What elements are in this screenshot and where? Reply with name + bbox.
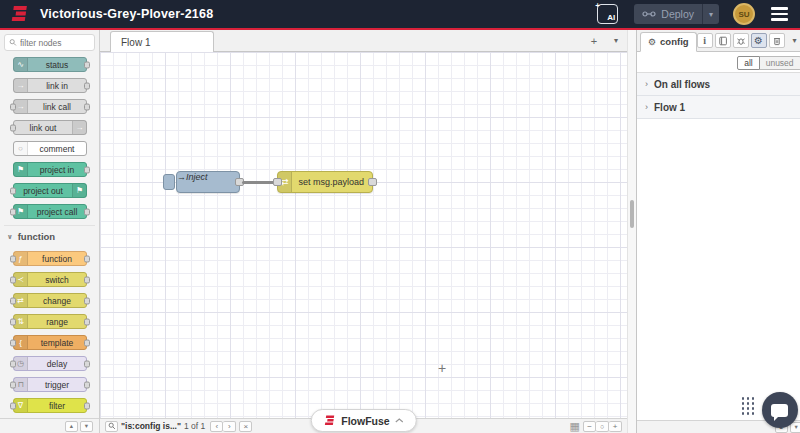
trigger-icon: ⊓ xyxy=(14,378,28,391)
tab-config[interactable]: ⚙ config xyxy=(640,32,697,52)
chevron-right-icon: › xyxy=(645,102,648,112)
book-icon xyxy=(718,36,728,46)
palette-category-function[interactable]: ∨ function xyxy=(4,225,95,245)
range-icon: ⇅ xyxy=(14,315,28,328)
minimap-icon[interactable]: ▦ xyxy=(570,421,580,432)
palette-node-project-call[interactable]: ⚑ project call xyxy=(13,204,87,219)
palette-scroll-down-button[interactable]: ▾ xyxy=(80,421,93,432)
palette-node-label: delay xyxy=(28,357,86,370)
palette-node-label: project in xyxy=(28,163,86,176)
search-prev-button[interactable]: ‹ xyxy=(210,421,223,432)
config-filter-row: all unused xyxy=(637,52,800,72)
sidebar-toolbar: ⚙ config i xyxy=(637,30,800,52)
gear-icon: ⚙ xyxy=(648,37,656,47)
node-port xyxy=(10,208,16,215)
filter-all-button[interactable]: all xyxy=(737,56,760,70)
palette-node-template[interactable]: { template xyxy=(13,335,87,350)
palette-node-range[interactable]: ⇅ range xyxy=(13,314,87,329)
deploy-options-caret-icon[interactable]: ▾ xyxy=(703,10,719,19)
palette-node-filter[interactable]: ∇ filter xyxy=(13,398,87,413)
tab-flow-1[interactable]: Flow 1 xyxy=(110,31,214,52)
palette-node-label: trigger xyxy=(28,378,86,391)
node-port xyxy=(84,318,90,325)
palette-node-link-in[interactable]: → link in xyxy=(13,78,87,93)
config-section-label: Flow 1 xyxy=(654,102,685,113)
search-close-button[interactable]: × xyxy=(239,421,252,432)
flow-canvas[interactable]: → Inject ⇄ set msg.payload + xyxy=(100,52,627,418)
zoom-out-button[interactable]: − xyxy=(583,421,596,432)
config-section-flow-1[interactable]: › Flow 1 xyxy=(637,96,800,119)
palette-node-label: switch xyxy=(28,273,86,286)
palette-node-label: change xyxy=(28,294,86,307)
flowfuse-logo xyxy=(10,5,32,23)
palette-node-comment[interactable]: ○ comment xyxy=(13,141,87,156)
node-port xyxy=(10,297,16,304)
help-tab-button[interactable] xyxy=(715,33,731,48)
palette-node-function[interactable]: ƒ function xyxy=(13,251,87,266)
context-tab-button[interactable] xyxy=(769,33,785,48)
flowfuse-assistant-button[interactable]: FlowFuse xyxy=(310,409,416,432)
node-port xyxy=(10,103,16,110)
node-port xyxy=(84,402,90,409)
palette-node-label: filter xyxy=(28,399,86,412)
output-port[interactable] xyxy=(368,178,377,186)
node-port xyxy=(84,208,90,215)
palette-node-delay[interactable]: ◷ delay xyxy=(13,356,87,371)
drag-handle-dots xyxy=(742,397,757,417)
switch-icon: ≺ xyxy=(14,273,28,286)
scrollbar-thumb[interactable] xyxy=(630,200,634,228)
zoom-in-button[interactable]: + xyxy=(609,421,622,432)
function-icon: ƒ xyxy=(14,252,28,265)
input-port[interactable] xyxy=(273,178,282,186)
chevron-down-icon: ∨ xyxy=(7,233,13,241)
node-port xyxy=(10,402,16,409)
node-port xyxy=(84,103,90,110)
palette-node-trigger[interactable]: ⊓ trigger xyxy=(13,377,87,392)
node-change[interactable]: ⇄ set msg.payload xyxy=(277,171,373,193)
node-port xyxy=(10,124,16,131)
palette-node-label: link in xyxy=(28,79,86,92)
palette-node-switch[interactable]: ≺ switch xyxy=(13,272,87,287)
node-label: set msg.payload xyxy=(292,172,372,192)
canvas-scrollbar[interactable] xyxy=(627,30,636,433)
debug-tab-button[interactable] xyxy=(733,33,749,48)
palette-node-link-out[interactable]: → link out xyxy=(13,120,87,135)
palette-node-list: ∿ status → link in → link call → xyxy=(0,55,99,418)
chat-widget-button[interactable] xyxy=(762,392,798,428)
palette-node-project-in[interactable]: ⚑ project in xyxy=(13,162,87,177)
search-next-button[interactable]: › xyxy=(223,421,236,432)
zoom-reset-button[interactable]: ○ xyxy=(596,421,609,432)
flow-tab-label: Flow 1 xyxy=(121,37,150,48)
palette-node-change[interactable]: ⇄ change xyxy=(13,293,87,308)
add-flow-button[interactable]: + xyxy=(583,30,605,51)
ai-assistant-button[interactable]: + AI xyxy=(597,4,618,24)
palette-scroll-up-button[interactable]: ▴ xyxy=(65,421,78,432)
palette-node-project-out[interactable]: ⚑ project out xyxy=(13,183,87,198)
node-port xyxy=(10,318,16,325)
flow-list-caret-icon[interactable]: ▾ xyxy=(605,30,627,51)
status-icon: ∿ xyxy=(14,58,28,71)
filter-unused-button[interactable]: unused xyxy=(760,56,800,70)
main-menu-icon[interactable] xyxy=(769,4,790,24)
palette-node-status[interactable]: ∿ status xyxy=(13,57,87,72)
config-tab-button[interactable]: ⚙ xyxy=(751,33,767,48)
node-port xyxy=(84,166,90,173)
project-out-icon: ⚑ xyxy=(72,184,86,197)
node-label: Inject xyxy=(186,172,208,192)
info-tab-button[interactable]: i xyxy=(697,33,713,48)
node-port xyxy=(84,276,90,283)
palette-node-link-call[interactable]: → link call xyxy=(13,99,87,114)
avatar[interactable]: SU xyxy=(733,3,755,25)
config-section-on-all-flows[interactable]: › On all flows xyxy=(637,73,800,96)
sidebar-menu-caret-icon[interactable]: ▾ xyxy=(787,33,800,48)
sparkle-icon: + xyxy=(595,1,600,10)
filter-icon: ∇ xyxy=(14,399,28,412)
node-port xyxy=(84,360,90,367)
node-port xyxy=(84,297,90,304)
deploy-button[interactable]: Deploy ▾ xyxy=(634,4,719,24)
palette-filter-input[interactable] xyxy=(20,38,90,48)
app-title: Victorious-Grey-Plover-2168 xyxy=(40,7,213,21)
node-inject[interactable]: → Inject xyxy=(176,171,240,193)
inject-trigger-button[interactable] xyxy=(163,174,175,190)
search-button[interactable] xyxy=(105,421,118,432)
